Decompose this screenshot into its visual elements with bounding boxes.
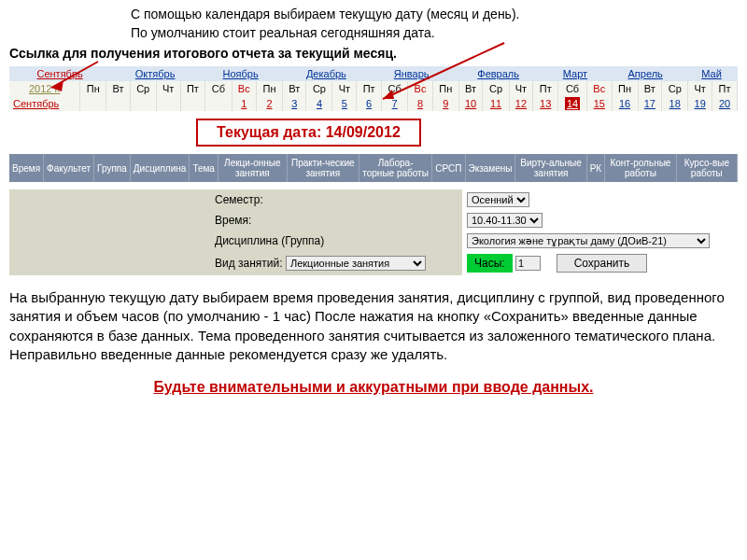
weekday-label: Ср xyxy=(483,81,509,96)
subtitle: Ссылка для получения итогового отчета за… xyxy=(9,46,738,61)
intro-line1: С помощью календаря выбираем текущую дат… xyxy=(131,6,738,24)
weekday-label: Сб xyxy=(558,81,587,96)
day-link[interactable]: 9 xyxy=(443,98,448,109)
weekday-label: Пт xyxy=(712,81,738,96)
weekday-label: Вс xyxy=(587,81,612,96)
weekday-label: Вт xyxy=(458,81,483,96)
column-header: Лекци-онные занятия xyxy=(218,154,287,182)
weekday-label: Пн xyxy=(612,81,638,96)
time-select[interactable]: 10.40-11.30 xyxy=(467,213,543,228)
month-link[interactable]: Март xyxy=(563,68,587,79)
day-link[interactable]: 2 xyxy=(266,98,272,109)
column-header: Тема xyxy=(190,154,218,182)
weekday-label: Вс xyxy=(232,81,256,96)
warning-text: Будьте внимательными и аккуратными при в… xyxy=(9,379,738,396)
day-link[interactable]: 19 xyxy=(695,98,706,109)
weekday-label: Сб xyxy=(381,81,407,96)
calendar: 2012 г.ПнВтСрЧтПтСбВсПнВтСрЧтПтСбВсПнВтС… xyxy=(9,81,738,111)
month-label[interactable]: Сентябрь xyxy=(9,96,80,111)
column-header: Дисциплина xyxy=(130,154,190,182)
discipline-select[interactable]: Экология және тұрақты даму (ДОиВ-21) xyxy=(467,233,710,248)
weekday-label: Пн xyxy=(80,81,106,96)
weekday-label: Ср xyxy=(306,81,332,96)
column-header: Время xyxy=(9,154,44,182)
discipline-label: Дисциплина (Группа) xyxy=(9,231,462,251)
intro-line2: По умолчанию стоит реальная сегодняшняя … xyxy=(131,24,738,43)
year-label[interactable]: 2012 г. xyxy=(9,81,80,96)
month-link[interactable]: Декабрь xyxy=(306,68,346,79)
month-link[interactable]: Февраль xyxy=(477,68,519,79)
day-link[interactable]: 3 xyxy=(291,98,297,109)
hours-input[interactable] xyxy=(515,256,541,271)
save-button[interactable]: Сохранить xyxy=(557,254,648,273)
month-link[interactable]: Январь xyxy=(394,68,430,79)
weekday-label: Сб xyxy=(205,81,232,96)
day-link[interactable]: 18 xyxy=(669,98,681,109)
semester-select[interactable]: Осенний xyxy=(467,192,529,207)
weekday-label: Чт xyxy=(156,81,180,96)
weekday-label: Пт xyxy=(180,81,205,96)
time-label: Время: xyxy=(9,210,462,231)
day-link[interactable]: 5 xyxy=(342,98,347,109)
column-headers: ВремяФакультетГруппаДисциплинаТемаЛекци-… xyxy=(9,154,738,182)
column-header: Факультет xyxy=(44,154,94,182)
day-link[interactable]: 17 xyxy=(644,98,655,109)
day-link[interactable]: 14 xyxy=(565,97,580,110)
month-link[interactable]: Май xyxy=(701,68,722,79)
day-link[interactable]: 16 xyxy=(619,98,630,109)
day-link[interactable]: 6 xyxy=(366,98,372,109)
day-link[interactable]: 1 xyxy=(241,98,247,109)
day-link[interactable]: 20 xyxy=(719,98,730,109)
semester-label: Семестр: xyxy=(9,189,462,210)
weekday-label: Ср xyxy=(662,81,688,96)
month-link[interactable]: Ноябрь xyxy=(223,68,259,79)
column-header: РК xyxy=(586,154,605,182)
current-date-box: Текущая дата: 14/09/2012 xyxy=(196,119,421,147)
weekday-label: Чт xyxy=(332,81,357,96)
column-header: Экзамены xyxy=(465,154,515,182)
entry-form: Семестр: Осенний Время: 10.40-11.30 Дисц… xyxy=(9,189,738,275)
weekday-label: Вс xyxy=(408,81,432,96)
month-link[interactable]: Апрель xyxy=(628,68,663,79)
weekday-label: Вт xyxy=(283,81,306,96)
weekday-label: Пн xyxy=(432,81,458,96)
day-link[interactable]: 10 xyxy=(465,98,476,109)
day-link[interactable]: 11 xyxy=(490,98,501,109)
column-header: Вирту-альные занятия xyxy=(515,154,586,182)
weekday-label: Пт xyxy=(357,81,382,96)
type-label: Вид занятий: xyxy=(215,257,283,270)
column-header: Курсо-вые работы xyxy=(676,154,737,182)
body-text: На выбранную текущую дату выбираем время… xyxy=(9,288,738,364)
day-link[interactable]: 15 xyxy=(594,98,605,109)
column-header: Лабора-торные работы xyxy=(359,154,431,182)
month-link[interactable]: Сентябрь xyxy=(36,68,82,79)
column-header: Конт-рольные работы xyxy=(605,154,677,182)
day-link[interactable]: 7 xyxy=(392,98,398,109)
day-link[interactable]: 4 xyxy=(317,98,322,109)
type-select[interactable]: Лекционные занятия xyxy=(286,256,426,271)
month-link[interactable]: Октябрь xyxy=(135,68,176,79)
weekday-label: Пн xyxy=(257,81,283,96)
column-header: СРСП xyxy=(432,154,465,182)
hours-label: Часы: xyxy=(467,254,513,273)
day-link[interactable]: 12 xyxy=(515,98,527,109)
day-link[interactable]: 13 xyxy=(540,98,551,109)
months-row: СентябрьОктябрьНоябрьДекабрьЯнварьФеврал… xyxy=(9,66,738,81)
weekday-label: Ср xyxy=(130,81,156,96)
column-header: Группа xyxy=(94,154,131,182)
weekday-label: Пт xyxy=(533,81,558,96)
weekday-label: Вт xyxy=(638,81,662,96)
weekday-label: Чт xyxy=(509,81,533,96)
column-header: Практи-ческие занятия xyxy=(287,154,359,182)
day-link[interactable]: 8 xyxy=(417,98,423,109)
weekday-label: Чт xyxy=(688,81,712,96)
weekday-label: Вт xyxy=(106,81,130,96)
